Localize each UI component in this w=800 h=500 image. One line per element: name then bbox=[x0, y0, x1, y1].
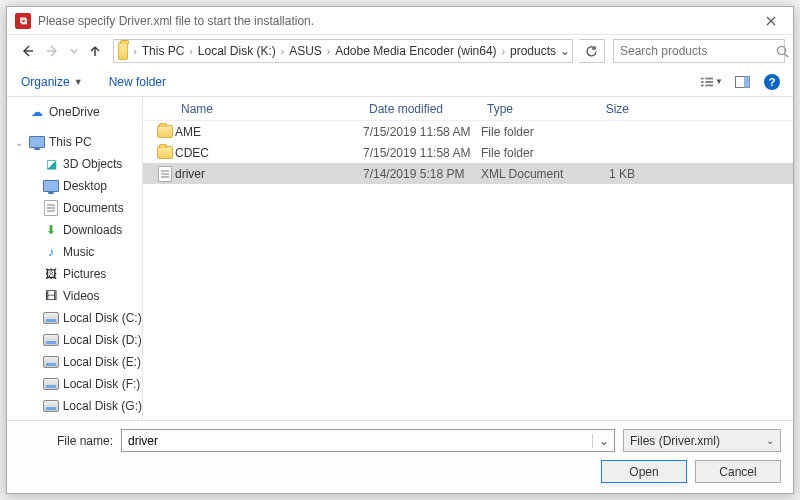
disk-icon bbox=[43, 398, 59, 414]
filter-label: Files (Driver.xml) bbox=[630, 434, 720, 448]
address-bar[interactable]: › This PC › Local Disk (K:) › ASUS › Ado… bbox=[113, 39, 573, 63]
pictures-icon: 🖼 bbox=[43, 266, 59, 282]
dialog-footer: File name: ⌄ Files (Driver.xml) ⌄ Open C… bbox=[7, 420, 793, 493]
search-icon[interactable] bbox=[776, 45, 789, 58]
preview-pane-button[interactable] bbox=[731, 71, 753, 93]
collapse-icon[interactable]: ⌄ bbox=[13, 137, 25, 148]
file-list-area: Name Date modified Type Size AME 7/15/20… bbox=[143, 97, 793, 420]
svg-rect-2 bbox=[705, 77, 713, 79]
cloud-icon: ☁ bbox=[29, 104, 45, 120]
col-name[interactable]: Name bbox=[175, 102, 363, 116]
tree-item-downloads[interactable]: ⬇Downloads bbox=[9, 219, 142, 241]
crumb-folder[interactable]: Adobe Media Encoder (win64) bbox=[331, 44, 500, 58]
organize-label: Organize bbox=[21, 75, 70, 89]
tree-item-pictures[interactable]: 🖼Pictures bbox=[9, 263, 142, 285]
cancel-button[interactable]: Cancel bbox=[695, 460, 781, 483]
filename-field[interactable]: ⌄ bbox=[121, 429, 615, 452]
window-title: Please specify Driver.xml file to start … bbox=[38, 14, 749, 28]
svg-rect-6 bbox=[705, 84, 713, 86]
tree-item-onedrive[interactable]: ☁OneDrive bbox=[9, 101, 142, 123]
new-folder-button[interactable]: New folder bbox=[105, 71, 170, 93]
folder-icon bbox=[155, 125, 175, 138]
svg-rect-5 bbox=[701, 84, 704, 86]
tree-item-disk-e[interactable]: Local Disk (E:) bbox=[9, 351, 142, 373]
refresh-button[interactable] bbox=[579, 39, 605, 63]
file-row-selected[interactable]: driver 7/14/2019 5:18 PM XML Document 1 … bbox=[143, 163, 793, 184]
chevron-down-icon: ▼ bbox=[715, 77, 723, 86]
crumb-drive[interactable]: Local Disk (K:) bbox=[194, 44, 280, 58]
help-icon: ? bbox=[764, 74, 780, 90]
col-date[interactable]: Date modified bbox=[363, 102, 481, 116]
help-button[interactable]: ? bbox=[761, 71, 783, 93]
tree-item-thispc[interactable]: ⌄This PC bbox=[9, 131, 142, 153]
file-size: 1 KB bbox=[577, 167, 635, 181]
search-input[interactable] bbox=[614, 44, 776, 58]
tree-item-videos[interactable]: 🎞Videos bbox=[9, 285, 142, 307]
file-type: File folder bbox=[481, 125, 577, 139]
download-icon: ⬇ bbox=[43, 222, 59, 238]
file-name: AME bbox=[175, 125, 363, 139]
up-button[interactable] bbox=[83, 39, 107, 63]
details-view-icon bbox=[701, 76, 713, 88]
tree-item-disk-g[interactable]: Local Disk (G:) bbox=[9, 395, 142, 417]
disk-icon bbox=[43, 332, 59, 348]
svg-rect-3 bbox=[701, 81, 704, 83]
close-button[interactable] bbox=[749, 7, 793, 35]
tree-item-documents[interactable]: Documents bbox=[9, 197, 142, 219]
address-dropdown[interactable]: ⌄ bbox=[560, 44, 570, 58]
organize-button[interactable]: Organize ▼ bbox=[17, 71, 87, 93]
titlebar: ⧉ Please specify Driver.xml file to star… bbox=[7, 7, 793, 35]
app-icon: ⧉ bbox=[15, 13, 31, 29]
file-type: XML Document bbox=[481, 167, 577, 181]
file-open-dialog: ⧉ Please specify Driver.xml file to star… bbox=[6, 6, 794, 494]
dialog-body: ☁OneDrive ⌄This PC ◪3D Objects Desktop D… bbox=[7, 97, 793, 420]
folder-icon bbox=[155, 146, 175, 159]
col-size[interactable]: Size bbox=[577, 102, 635, 116]
svg-rect-4 bbox=[705, 81, 713, 83]
column-headers: Name Date modified Type Size bbox=[143, 97, 793, 121]
nav-bar: › This PC › Local Disk (K:) › ASUS › Ado… bbox=[7, 35, 793, 67]
disk-icon bbox=[43, 376, 59, 392]
tree-item-disk-f[interactable]: Local Disk (F:) bbox=[9, 373, 142, 395]
back-button[interactable] bbox=[15, 39, 39, 63]
crumb-folder[interactable]: ASUS bbox=[285, 44, 326, 58]
file-row[interactable]: AME 7/15/2019 11:58 AM File folder bbox=[143, 121, 793, 142]
music-icon: ♪ bbox=[43, 244, 59, 260]
svg-rect-1 bbox=[701, 77, 704, 79]
col-type[interactable]: Type bbox=[481, 102, 577, 116]
crumb-folder[interactable]: products bbox=[506, 44, 560, 58]
forward-button[interactable] bbox=[41, 39, 65, 63]
crumb-thispc[interactable]: This PC bbox=[138, 44, 189, 58]
file-date: 7/15/2019 11:58 AM bbox=[363, 146, 481, 160]
filename-dropdown[interactable]: ⌄ bbox=[592, 434, 614, 448]
open-button[interactable]: Open bbox=[601, 460, 687, 483]
tree-item-disk-c[interactable]: Local Disk (C:) bbox=[9, 307, 142, 329]
tree-item-disk-h[interactable]: Local Disk (H:) bbox=[9, 417, 142, 420]
cube-icon: ◪ bbox=[43, 156, 59, 172]
file-type-filter[interactable]: Files (Driver.xml) ⌄ bbox=[623, 429, 781, 452]
toolbar: Organize ▼ New folder ▼ ? bbox=[7, 67, 793, 97]
file-name: driver bbox=[175, 167, 363, 181]
navigation-tree[interactable]: ☁OneDrive ⌄This PC ◪3D Objects Desktop D… bbox=[7, 97, 143, 420]
tree-item-3dobjects[interactable]: ◪3D Objects bbox=[9, 153, 142, 175]
file-type: File folder bbox=[481, 146, 577, 160]
tree-item-desktop[interactable]: Desktop bbox=[9, 175, 142, 197]
filename-label: File name: bbox=[19, 434, 113, 448]
documents-icon bbox=[43, 200, 59, 216]
videos-icon: 🎞 bbox=[43, 288, 59, 304]
filename-input[interactable] bbox=[122, 434, 592, 448]
search-box[interactable] bbox=[613, 39, 785, 63]
svg-point-0 bbox=[778, 46, 786, 54]
tree-item-disk-d[interactable]: Local Disk (D:) bbox=[9, 329, 142, 351]
desktop-icon bbox=[43, 178, 59, 194]
tree-item-music[interactable]: ♪Music bbox=[9, 241, 142, 263]
file-date: 7/14/2019 5:18 PM bbox=[363, 167, 481, 181]
recent-locations-button[interactable] bbox=[67, 39, 81, 63]
chevron-down-icon: ▼ bbox=[74, 77, 83, 87]
svg-rect-8 bbox=[744, 76, 750, 87]
file-row[interactable]: CDEC 7/15/2019 11:58 AM File folder bbox=[143, 142, 793, 163]
file-rows[interactable]: AME 7/15/2019 11:58 AM File folder CDEC … bbox=[143, 121, 793, 420]
view-options-button[interactable]: ▼ bbox=[701, 71, 723, 93]
disk-icon bbox=[43, 354, 59, 370]
folder-icon bbox=[118, 42, 128, 60]
